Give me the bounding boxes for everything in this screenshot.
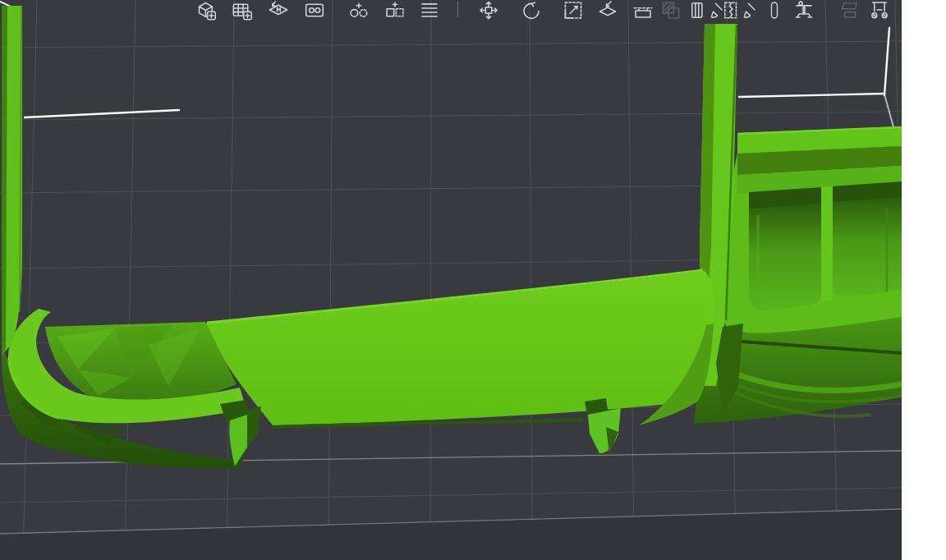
text-icon (836, 0, 864, 21)
auto-orient-button[interactable] (263, 0, 294, 21)
support-painting-icon (790, 0, 818, 21)
seam-painting-icon (723, 0, 759, 21)
scale-icon (559, 0, 587, 21)
add-icon (192, 0, 220, 21)
variable-layer-height-icon (416, 0, 443, 21)
assembly-button[interactable] (864, 0, 895, 21)
toolbar-separator (457, 2, 458, 17)
move-icon (475, 0, 503, 21)
main-toolbar (0, 0, 902, 22)
rotate-button[interactable] (516, 0, 547, 21)
place-on-face-icon (594, 0, 622, 21)
add-plate-button[interactable] (227, 0, 258, 21)
scale-button[interactable] (558, 0, 589, 21)
viewport-3d-scene (0, 0, 902, 560)
split-to-parts-icon (381, 0, 409, 21)
seam-icon (765, 0, 784, 21)
auto-orient-icon (264, 0, 292, 21)
seam-painting-button[interactable] (721, 0, 760, 21)
move-button[interactable] (473, 0, 504, 21)
add-button[interactable] (191, 0, 222, 21)
split-to-parts-button[interactable] (379, 0, 411, 21)
support-painting-button[interactable] (788, 0, 820, 21)
mesh-boolean-button[interactable] (655, 0, 687, 21)
compartment-pocket-right[interactable] (833, 181, 902, 297)
compartment-divider[interactable] (821, 186, 833, 302)
split-to-objects-icon (345, 0, 373, 21)
place-on-face-button[interactable] (592, 0, 623, 21)
slicer-window (0, 0, 902, 560)
arrange-button[interactable] (299, 0, 330, 21)
model-left-wall[interactable] (2, 6, 22, 355)
text-button[interactable] (834, 0, 866, 21)
mesh-boolean-icon (657, 0, 685, 21)
add-plate-icon (228, 0, 256, 21)
variable-layer-height-button[interactable] (414, 0, 445, 21)
compartment-pocket-left[interactable] (749, 187, 821, 310)
cut-icon (629, 0, 657, 21)
cut-button[interactable] (627, 0, 659, 21)
arrange-icon (301, 0, 328, 21)
assembly-icon (866, 0, 893, 21)
split-to-objects-button[interactable] (343, 0, 374, 21)
rotate-icon (517, 0, 545, 21)
seam-button[interactable] (764, 0, 785, 21)
